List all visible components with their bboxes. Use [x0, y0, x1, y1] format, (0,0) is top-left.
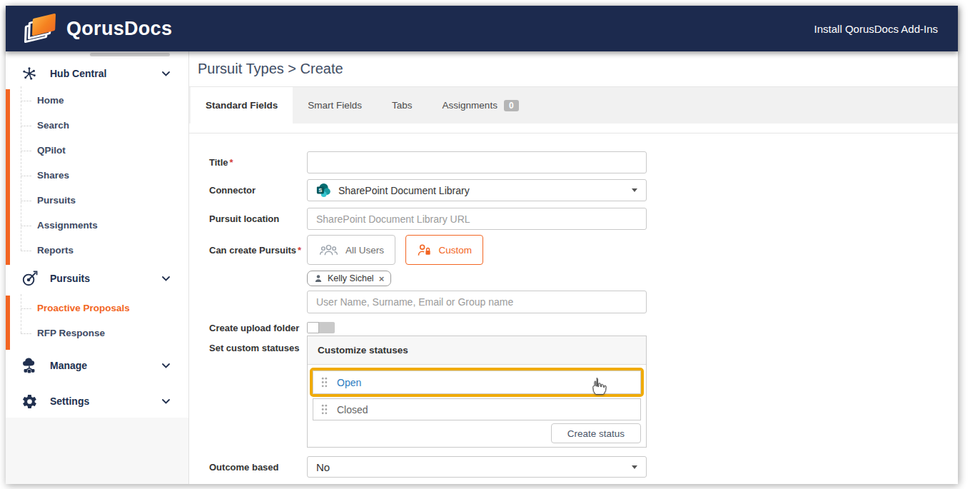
- panel-title: Customize statuses: [308, 336, 646, 365]
- person-lock-icon: [417, 243, 432, 257]
- qorusdocs-logo-icon: [24, 13, 60, 44]
- customize-statuses-panel: Customize statuses O: [307, 336, 647, 448]
- tab-label: Tabs: [392, 100, 413, 111]
- dropdown-caret-icon: [632, 465, 637, 469]
- sidebar-item-search[interactable]: Search: [6, 113, 188, 138]
- sidebar: Hub Central Home Search QPilot Shares Pu…: [6, 51, 189, 484]
- sidebar-group-hub-central[interactable]: Hub Central: [6, 61, 188, 86]
- breadcrumb: Pursuit Types > Create: [189, 51, 958, 87]
- sidebar-group-manage[interactable]: Manage: [6, 350, 188, 381]
- user-search-input[interactable]: [307, 291, 647, 313]
- user-chip-kelly-sichel[interactable]: Kelly Sichel ×: [307, 271, 391, 286]
- connector-label: Connector: [209, 185, 307, 196]
- tab-standard-fields[interactable]: Standard Fields: [191, 87, 293, 123]
- main-content: Pursuit Types > Create Standard Fields S…: [189, 51, 958, 484]
- all-users-label: All Users: [345, 245, 384, 256]
- create-status-button[interactable]: Create status: [551, 423, 641, 443]
- form-row-create-upload-folder: Create upload folder: [209, 320, 647, 336]
- gear-icon: [20, 393, 39, 410]
- status-row-open[interactable]: Open: [313, 370, 641, 394]
- chip-name: Kelly Sichel: [328, 273, 374, 283]
- hub-central-items: Home Search QPilot Shares Pursuits Assig…: [6, 88, 188, 263]
- qorusdocs-logo: QorusDocs: [24, 13, 172, 44]
- toggle-knob: [307, 322, 319, 333]
- person-icon: [314, 274, 323, 283]
- custom-button[interactable]: Custom: [405, 235, 483, 265]
- sharepoint-icon: S: [316, 183, 331, 198]
- hub-icon: [20, 66, 39, 81]
- outcome-based-value: No: [316, 461, 330, 473]
- install-addins-link[interactable]: Install QorusDocs Add-Ins: [814, 23, 938, 35]
- accent-bar: [6, 89, 10, 265]
- sidebar-group-pursuits[interactable]: Pursuits: [6, 266, 188, 291]
- pursuit-location-label: Pursuit location: [209, 213, 307, 224]
- tab-tabs[interactable]: Tabs: [377, 87, 428, 123]
- tab-assignments[interactable]: Assignments 0: [428, 87, 534, 123]
- status-row-highlight: Open: [310, 368, 644, 397]
- sidebar-group-label: Pursuits: [50, 273, 90, 284]
- toggle-track: [319, 322, 335, 333]
- title-input[interactable]: [307, 151, 647, 173]
- form-row-can-create-pursuits: Can create Pursuits* All Users: [209, 235, 647, 265]
- pursuit-location-input[interactable]: [307, 208, 647, 230]
- sidebar-item-assignments[interactable]: Assignments: [6, 213, 188, 238]
- form-row-connector: Connector S SharePoint Document Libra: [209, 179, 647, 201]
- tab-label: Standard Fields: [206, 100, 278, 111]
- tab-smart-fields[interactable]: Smart Fields: [293, 87, 377, 123]
- sidebar-item-home[interactable]: Home: [6, 88, 188, 113]
- cloud-network-icon: [20, 357, 39, 374]
- sidebar-item-reports[interactable]: Reports: [6, 238, 188, 263]
- chevron-down-icon: [162, 399, 170, 404]
- pursuit-type-form: Title* Connector: [209, 151, 647, 483]
- qorusdocs-logo-text: QorusDocs: [66, 18, 172, 40]
- connector-value: SharePoint Document Library: [338, 185, 470, 196]
- drag-handle-icon[interactable]: [321, 404, 328, 415]
- page: QorusDocs Install QorusDocs Add-Ins: [0, 0, 980, 489]
- accent-bar: [6, 296, 10, 350]
- status-row-closed[interactable]: Closed: [313, 398, 641, 420]
- chip-remove-icon[interactable]: ×: [379, 274, 385, 283]
- users-group-icon: [318, 243, 339, 257]
- form-row-outcome-based: Outcome based No: [209, 456, 647, 478]
- drag-handle-icon[interactable]: [321, 377, 328, 388]
- all-users-button[interactable]: All Users: [307, 235, 395, 265]
- status-name: Closed: [337, 404, 368, 415]
- form-row-selected-users: Kelly Sichel ×: [209, 271, 647, 286]
- panel-footer: Create status: [308, 420, 646, 447]
- sidebar-bottom-fill: [6, 418, 188, 484]
- connector-select[interactable]: S SharePoint Document Library: [307, 179, 647, 201]
- tab-strip: Standard Fields Smart Fields Tabs Assign…: [189, 87, 958, 123]
- form-row-set-custom-statuses: Set custom statuses Customize statuses: [209, 336, 647, 448]
- sidebar-group-settings[interactable]: Settings: [6, 385, 188, 417]
- sidebar-item-pursuits[interactable]: Pursuits: [6, 188, 188, 213]
- can-create-pursuits-label: Can create Pursuits*: [209, 245, 307, 256]
- tab-label: Smart Fields: [308, 100, 362, 111]
- sidebar-item-proactive-proposals[interactable]: Proactive Proposals: [6, 296, 188, 321]
- sidebar-item-shares[interactable]: Shares: [6, 163, 188, 188]
- form-row-user-search: [209, 291, 647, 313]
- set-custom-statuses-label: Set custom statuses: [209, 336, 307, 353]
- form-row-pursuit-location: Pursuit location: [209, 208, 647, 230]
- divider: [189, 133, 958, 133]
- title-label: Title*: [209, 157, 307, 168]
- create-upload-folder-toggle[interactable]: [307, 322, 335, 333]
- target-icon: [20, 271, 39, 287]
- custom-label: Custom: [438, 245, 472, 256]
- assignments-count-badge: 0: [504, 100, 519, 111]
- app-window: QorusDocs Install QorusDocs Add-Ins: [6, 6, 958, 484]
- form-row-title: Title*: [209, 151, 647, 173]
- chevron-down-icon: [162, 276, 170, 281]
- sidebar-group-label: Settings: [50, 395, 89, 407]
- required-marker: *: [230, 157, 233, 168]
- outcome-based-select[interactable]: No: [307, 456, 647, 478]
- dropdown-caret-icon: [632, 188, 637, 192]
- required-marker: *: [298, 245, 301, 256]
- sidebar-nav: Hub Central Home Search QPilot Shares Pu…: [6, 51, 188, 417]
- chevron-down-icon: [162, 71, 170, 76]
- tab-label: Assignments: [443, 100, 497, 111]
- create-upload-folder-label: Create upload folder: [209, 323, 307, 333]
- pursuits-items: Proactive Proposals RFP Response: [6, 296, 188, 346]
- sidebar-item-qpilot[interactable]: QPilot: [6, 138, 188, 163]
- sidebar-item-rfp-response[interactable]: RFP Response: [6, 321, 188, 346]
- sidebar-group-label: Hub Central: [50, 68, 106, 79]
